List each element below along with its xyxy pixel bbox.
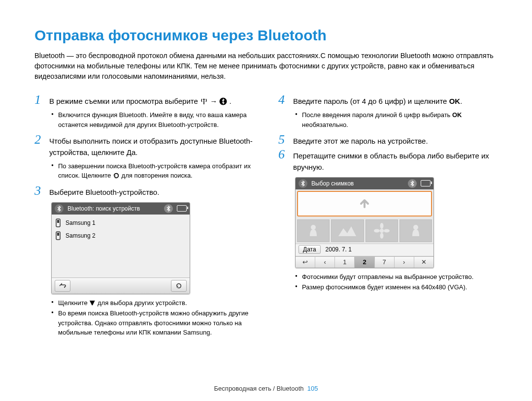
page-number: 105 <box>307 385 318 392</box>
step-2-body: Чтобы выполнить поиск и отобразить досту… <box>49 134 254 158</box>
step-1-text-a: В режиме съемки или просмотра выберите <box>49 97 200 105</box>
svg-point-9 <box>380 223 383 229</box>
svg-point-13 <box>413 225 418 230</box>
step-number-6: 6 <box>278 148 293 161</box>
page-title: Отправка фотоснимков через Bluetooth <box>34 27 498 44</box>
step-2-bullet-b: для повторения поиска. <box>122 172 193 179</box>
device-list-label: Samsung 1 <box>66 219 96 226</box>
device2-header: Выбор снимков <box>296 178 433 189</box>
step-4-bullets: После введения пароля длиной 6 цифр выби… <box>295 110 498 129</box>
svg-point-10 <box>380 233 383 239</box>
step-6-body: Перетащите снимки в область выбора либо … <box>293 149 498 173</box>
device-list-item[interactable]: Samsung 1 <box>54 216 188 229</box>
nav-close-button[interactable]: ✕ <box>414 257 433 268</box>
bluetooth-status-icon <box>164 204 173 213</box>
thumbnail[interactable] <box>297 219 330 242</box>
nav-page-7[interactable]: 7 <box>375 257 395 268</box>
device-list-item[interactable]: Samsung 2 <box>54 229 188 242</box>
thumbnail-row <box>296 218 433 244</box>
step-6: 6 Перетащите снимки в область выбора либ… <box>278 149 498 173</box>
step-2-text: Чтобы выполнить поиск и отобразить досту… <box>49 137 253 156</box>
svg-rect-6 <box>57 233 59 236</box>
svg-point-8 <box>380 229 384 233</box>
step-4-bullet-a: После введения пароля длиной 6 цифр выби… <box>302 111 452 119</box>
left-column: 1 В режиме съемки или просмотра выберите… <box>34 93 254 342</box>
step-4: 4 Введите пароль (от 4 до 6 цифр) и щелк… <box>278 94 498 107</box>
bluetooth-icon <box>55 204 64 213</box>
columns: 1 В режиме съемки или просмотра выберите… <box>34 93 498 342</box>
svg-point-11 <box>374 229 380 232</box>
step-4-bullet-b: необязательно. <box>302 121 348 128</box>
step-2-bullets: По завершении поиска Bluetooth-устройств… <box>51 161 254 181</box>
date-button[interactable]: Дата <box>299 245 321 254</box>
nav-back-button[interactable]: ↩ <box>296 257 315 268</box>
device1-header: Bluetooth: поиск устройств <box>52 203 190 215</box>
svg-rect-4 <box>57 220 59 223</box>
thumbnail[interactable] <box>399 219 432 242</box>
svg-point-0 <box>203 98 204 100</box>
step-4-body: Введите пароль (от 4 до 6 цифр) и щелкни… <box>293 94 462 107</box>
step-1: 1 В режиме съемки или просмотра выберите… <box>34 94 254 107</box>
nav-page-1[interactable]: 1 <box>335 257 355 268</box>
right-column: 4 Введите пароль (от 4 до 6 цифр) и щелк… <box>278 93 498 342</box>
step-number-5: 5 <box>278 133 293 146</box>
refresh-button[interactable] <box>171 280 187 292</box>
bullet-item: Фотоснимки будут отправлены на выбранное… <box>295 272 498 282</box>
nav-next-button[interactable]: › <box>395 257 414 268</box>
bullet-item: По завершении поиска Bluetooth-устройств… <box>51 161 254 181</box>
step-5: 5 Введите этот же пароль на устройстве. <box>278 134 498 147</box>
page: Отправка фотоснимков через Bluetooth Blu… <box>0 0 532 401</box>
device1-body: Samsung 1 Samsung 2 <box>52 215 190 278</box>
svg-point-12 <box>384 229 390 232</box>
step-number-4: 4 <box>278 93 293 106</box>
step-number-3: 3 <box>34 185 49 197</box>
thumbnail[interactable] <box>331 219 364 242</box>
phone-icon <box>55 231 62 240</box>
date-row: Дата 2009. 7. 1 <box>296 244 433 256</box>
step-number-1: 1 <box>34 93 49 106</box>
battery-icon <box>421 180 431 186</box>
page-footer: Беспроводная сеть / Bluetooth 105 <box>0 385 532 392</box>
intro-paragraph: Bluetooth — это беспроводной протокол об… <box>34 51 498 82</box>
device-screenshot-select: Выбор снимков <box>295 177 434 268</box>
step-4-text-end: . <box>460 97 462 105</box>
bluetooth-circle-icon <box>219 97 227 105</box>
bullet-item: Щелкните ⯆ для выбора других устройств. <box>51 298 254 308</box>
device2-title: Выбор снимков <box>311 180 404 187</box>
step-1-bullets: Включится функция Bluetooth. Имейте в ви… <box>51 110 254 129</box>
antenna-icon <box>200 97 208 105</box>
nav-page-2[interactable]: 2 <box>355 257 374 268</box>
step-5-body: Введите этот же пароль на устройстве. <box>293 134 428 147</box>
device1-footer <box>52 278 190 294</box>
ok-label: OK <box>452 111 462 119</box>
date-value: 2009. 7. 1 <box>326 246 352 253</box>
battery-icon <box>177 205 187 212</box>
thumbnail[interactable] <box>366 219 398 242</box>
upload-arrow-icon <box>357 196 372 211</box>
phone-icon <box>55 218 62 227</box>
step-1-text-end: . <box>230 97 232 105</box>
bluetooth-icon <box>299 179 307 188</box>
step-1-body: В режиме съемки или просмотра выберите →… <box>49 94 232 107</box>
nav-prev-button[interactable]: ‹ <box>315 257 335 268</box>
bullet-item: После введения пароля длиной 6 цифр выби… <box>295 110 498 129</box>
bullet-item: Включится функция Bluetooth. Имейте в ви… <box>51 110 254 129</box>
svg-point-7 <box>311 225 316 230</box>
step-3: 3 Выберите Bluetooth-устройство. <box>34 185 254 198</box>
refresh-icon <box>113 172 120 179</box>
back-button[interactable] <box>55 280 70 292</box>
bullet-item: Во время поиска Bluetooth-устройств можн… <box>51 308 254 338</box>
device1-title: Bluetooth: поиск устройств <box>67 205 160 212</box>
step-2: 2 Чтобы выполнить поиск и отобразить дос… <box>34 134 254 158</box>
footer-text: Беспроводная сеть / Bluetooth <box>214 385 304 392</box>
step-3-bullets: Щелкните ⯆ для выбора других устройств. … <box>51 298 254 338</box>
step-6-bullets: Фотоснимки будут отправлены на выбранное… <box>295 272 498 292</box>
device-list-label: Samsung 2 <box>66 232 96 239</box>
step-4-text-a: Введите пароль (от 4 до 6 цифр) и щелкни… <box>293 97 449 105</box>
device-screenshot-search: Bluetooth: поиск устройств Samsung 1 <box>51 202 190 294</box>
nav-row: ↩ ‹ 1 2 7 › ✕ <box>296 256 433 268</box>
dropzone[interactable] <box>297 191 432 216</box>
ok-label: OK <box>449 97 461 105</box>
step-3-body: Выберите Bluetooth-устройство. <box>49 185 159 198</box>
arrow-text: → <box>210 97 217 105</box>
